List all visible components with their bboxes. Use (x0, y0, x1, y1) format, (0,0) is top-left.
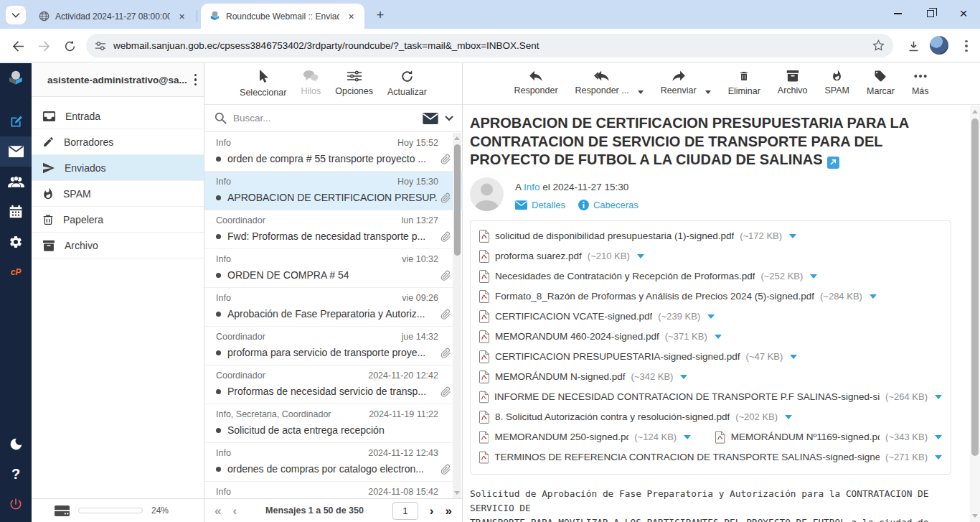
attachment-menu-icon[interactable] (935, 435, 942, 439)
tab-close-icon[interactable]: × (176, 10, 188, 22)
tab-close-icon[interactable]: × (345, 10, 357, 22)
search-input[interactable] (233, 113, 416, 123)
attachment-item[interactable]: 8. Solicitud Autorización contra y resol… (479, 411, 792, 424)
compose-button[interactable] (0, 106, 32, 136)
reply-all-dropdown-icon[interactable] (638, 90, 644, 94)
search-scope-mail-icon[interactable] (423, 113, 438, 124)
refresh-button[interactable]: Actualizar (387, 70, 427, 97)
attachment-menu-icon[interactable] (790, 355, 797, 359)
next-page-button[interactable]: › (430, 505, 434, 517)
forward-button[interactable] (33, 35, 55, 57)
attachment-menu-icon[interactable] (789, 234, 796, 238)
url-text[interactable]: webmail.sanjuan.gob.ec/cpsess3846753402/… (113, 40, 865, 51)
folder-spam[interactable]: SPAM (32, 181, 204, 207)
options-button[interactable]: Opciones (335, 70, 373, 96)
folder-papelera[interactable]: Papelera (32, 207, 204, 233)
scroll-up-icon[interactable] (454, 136, 460, 140)
attachment-item[interactable]: CERTIFICACION VCATE-signed.pdf(~239 KB) (479, 310, 715, 323)
open-in-new-window-icon[interactable] (827, 157, 839, 169)
attachment-item[interactable]: CERTIFICACION PRESUPUESTARIA-signed-sign… (479, 350, 797, 363)
attachment-menu-icon[interactable] (680, 375, 687, 379)
roundcube-logo[interactable] (0, 63, 32, 93)
last-page-button[interactable]: » (446, 505, 452, 517)
prev-page-button[interactable]: ‹ (232, 505, 237, 517)
attachment-item[interactable]: TERMINOS DE REFERENCIA CONTRACION DE TRA… (479, 451, 942, 464)
message-row[interactable]: InfoHoy 15:52 orden de compra # 55 trans… (204, 133, 463, 172)
folder-archivo[interactable]: Archivo (32, 233, 204, 258)
folder-enviados[interactable]: Enviados (32, 155, 204, 181)
account-header[interactable]: asistente-administrativo@sa... (32, 63, 204, 97)
tab-roundcube[interactable]: Roundcube Webmail :: Enviados × (201, 4, 364, 29)
recipient-link[interactable]: Info (524, 182, 540, 192)
browser-profile-avatar[interactable] (930, 36, 948, 55)
scroll-up-icon[interactable] (972, 110, 978, 113)
attachment-item[interactable]: Necesidades de Contratación y Recepción … (479, 270, 817, 283)
attachment-item[interactable]: proforma suarez.pdf(~210 KB) (479, 250, 644, 263)
folder-borradores[interactable]: Borradores (32, 129, 204, 155)
logout-button[interactable] (0, 489, 32, 519)
attachment-menu-icon[interactable] (715, 335, 722, 339)
attachment-menu-icon[interactable] (935, 395, 942, 399)
more-button[interactable]: Más (912, 70, 929, 96)
browser-menu-button[interactable] (956, 35, 977, 57)
attachment-item[interactable]: MEMORANDUM 250-signed.pdf(~124 KB) (479, 431, 691, 444)
list-scrollbar[interactable] (453, 133, 461, 498)
attachment-menu-icon[interactable] (637, 254, 644, 258)
headers-toggle[interactable]: Cabeceras (578, 200, 639, 210)
archive-button[interactable]: Archivo (778, 70, 808, 95)
mail-nav-button[interactable] (0, 136, 32, 167)
url-bar[interactable]: webmail.sanjuan.gob.ec/cpsess3846753402/… (86, 34, 893, 57)
settings-nav-button[interactable] (0, 227, 32, 257)
scroll-down-icon[interactable] (972, 514, 978, 518)
mail-scrollbar-thumb[interactable] (971, 118, 979, 456)
delete-button[interactable]: Eliminar (728, 70, 760, 96)
attachment-menu-icon[interactable] (684, 435, 691, 439)
bookmark-star-icon[interactable] (872, 39, 885, 52)
maximize-button[interactable] (914, 0, 947, 27)
details-toggle[interactable]: Detalles (515, 200, 565, 210)
attachment-item[interactable]: MEMORANDUM 460-2024-signed.pdf(~371 KB) (479, 330, 722, 343)
message-row-selected[interactable]: InfoHoy 15:30 APROBACION DE CERTIFICACIO… (204, 172, 463, 210)
threads-button[interactable]: Hilos (301, 70, 321, 96)
attachment-menu-icon[interactable] (870, 294, 877, 299)
back-button[interactable] (7, 35, 29, 57)
forward-dropdown-icon[interactable] (705, 90, 711, 94)
scroll-down-icon[interactable] (454, 491, 460, 495)
attachment-menu-icon[interactable] (935, 455, 942, 460)
page-number-input[interactable] (392, 502, 418, 520)
message-row[interactable]: Info2024-11-08 15:42 (204, 482, 463, 498)
first-page-button[interactable]: « (215, 505, 221, 517)
attachment-item[interactable]: MEMORÁNDUM Nº1169-signed.pdf(~343 KB) (715, 431, 942, 444)
select-button[interactable]: Seleccionar (240, 70, 286, 98)
calendar-nav-button[interactable] (0, 197, 32, 227)
new-tab-button[interactable]: + (372, 6, 389, 24)
forward-button[interactable]: Reenviar (661, 70, 697, 95)
message-row[interactable]: Coordinadorlun 13:27 Fwd: Proformas de n… (204, 210, 463, 249)
downloads-button[interactable] (903, 35, 924, 57)
cpanel-button[interactable]: cP (0, 257, 32, 287)
help-button[interactable]: ? (0, 459, 32, 489)
site-info-icon[interactable] (95, 41, 106, 51)
list-scrollbar-thumb[interactable] (454, 144, 461, 256)
message-row[interactable]: Coordinador2024-11-20 12:42 Proformas de… (204, 365, 463, 404)
message-row[interactable]: Infovie 10:32 ORDEN DE COMPRA # 54 (204, 249, 463, 288)
attachment-menu-icon[interactable] (785, 415, 792, 419)
search-options-chevron-icon[interactable] (445, 116, 453, 121)
dark-mode-button[interactable] (0, 429, 32, 459)
spam-button[interactable]: SPAM (825, 70, 850, 95)
tab-actividad[interactable]: Actividad 2024-11-27 08:00:00 × (30, 4, 195, 29)
message-row[interactable]: Infovie 09:26 Aprobación de Fase Prepara… (204, 288, 463, 327)
attachment-menu-icon[interactable] (810, 274, 817, 279)
message-row[interactable]: Info2024-11-12 12:43 ordenes de compras … (204, 443, 463, 482)
folder-entrada[interactable]: Entrada (32, 103, 204, 129)
reply-all-button[interactable]: Responder ... (575, 70, 629, 95)
close-button[interactable]: × (947, 0, 980, 27)
attachment-item[interactable]: MEMORÁNDUM N-signed.pdf(~342 KB) (479, 370, 687, 383)
message-row[interactable]: Info, Secretaria, Coordinador2024-11-19 … (204, 404, 463, 443)
attachment-item[interactable]: INFORME DE NECESIDAD CONTRATACION DE TRA… (479, 391, 942, 404)
message-row[interactable]: Coordinadorjue 14:32 proforma para servi… (204, 327, 463, 365)
minimize-button[interactable] (881, 0, 914, 27)
contacts-nav-button[interactable] (0, 167, 32, 197)
attachment-item[interactable]: Formato_8_Razón de Proformas y Análisis … (479, 290, 877, 303)
tab-search-button[interactable] (6, 6, 26, 24)
